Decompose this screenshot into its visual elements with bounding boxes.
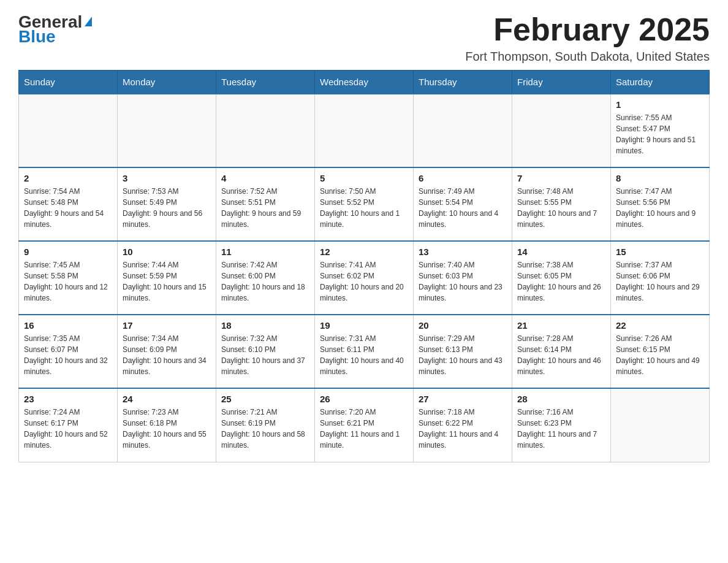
calendar-cell-w3-d4: 12Sunrise: 7:41 AM Sunset: 6:02 PM Dayli… <box>315 241 414 315</box>
day-number: 5 <box>320 173 408 183</box>
calendar-week-2: 2Sunrise: 7:54 AM Sunset: 5:48 PM Daylig… <box>19 167 710 241</box>
day-info: Sunrise: 7:35 AM Sunset: 6:07 PM Dayligh… <box>24 333 112 377</box>
day-info: Sunrise: 7:53 AM Sunset: 5:49 PM Dayligh… <box>123 186 211 230</box>
calendar-cell-w5-d2: 24Sunrise: 7:23 AM Sunset: 6:18 PM Dayli… <box>118 388 216 462</box>
day-info: Sunrise: 7:52 AM Sunset: 5:51 PM Dayligh… <box>221 186 309 230</box>
calendar-cell-w3-d5: 13Sunrise: 7:40 AM Sunset: 6:03 PM Dayli… <box>414 241 512 315</box>
day-number: 16 <box>24 320 112 331</box>
day-info: Sunrise: 7:31 AM Sunset: 6:11 PM Dayligh… <box>320 333 408 377</box>
day-info: Sunrise: 7:34 AM Sunset: 6:09 PM Dayligh… <box>123 333 211 377</box>
calendar-cell-w1-d6 <box>512 94 611 167</box>
day-info: Sunrise: 7:21 AM Sunset: 6:19 PM Dayligh… <box>221 407 309 451</box>
calendar-cell-w2-d1: 2Sunrise: 7:54 AM Sunset: 5:48 PM Daylig… <box>19 167 118 241</box>
calendar-cell-w2-d7: 8Sunrise: 7:47 AM Sunset: 5:56 PM Daylig… <box>611 167 710 241</box>
calendar-week-1: 1Sunrise: 7:55 AM Sunset: 5:47 PM Daylig… <box>19 94 710 167</box>
calendar-cell-w2-d6: 7Sunrise: 7:48 AM Sunset: 5:55 PM Daylig… <box>512 167 611 241</box>
day-info: Sunrise: 7:50 AM Sunset: 5:52 PM Dayligh… <box>320 186 408 230</box>
calendar-cell-w4-d2: 17Sunrise: 7:34 AM Sunset: 6:09 PM Dayli… <box>118 315 216 388</box>
day-info: Sunrise: 7:18 AM Sunset: 6:22 PM Dayligh… <box>419 407 507 451</box>
day-number: 13 <box>419 247 507 257</box>
day-info: Sunrise: 7:26 AM Sunset: 6:15 PM Dayligh… <box>616 333 704 377</box>
calendar-cell-w4-d1: 16Sunrise: 7:35 AM Sunset: 6:07 PM Dayli… <box>19 315 118 388</box>
month-title: February 2025 <box>465 12 710 47</box>
day-number: 24 <box>123 394 211 404</box>
calendar-cell-w1-d3 <box>216 94 315 167</box>
day-info: Sunrise: 7:47 AM Sunset: 5:56 PM Dayligh… <box>616 186 704 230</box>
day-number: 10 <box>123 247 211 257</box>
day-number: 14 <box>517 247 605 257</box>
calendar-cell-w5-d4: 26Sunrise: 7:20 AM Sunset: 6:21 PM Dayli… <box>315 388 414 462</box>
day-number: 17 <box>123 320 211 331</box>
day-number: 7 <box>517 173 605 183</box>
calendar-cell-w4-d5: 20Sunrise: 7:29 AM Sunset: 6:13 PM Dayli… <box>414 315 512 388</box>
day-info: Sunrise: 7:38 AM Sunset: 6:05 PM Dayligh… <box>517 259 605 304</box>
calendar-cell-w3-d7: 15Sunrise: 7:37 AM Sunset: 6:06 PM Dayli… <box>611 241 710 315</box>
calendar-cell-w2-d3: 4Sunrise: 7:52 AM Sunset: 5:51 PM Daylig… <box>216 167 315 241</box>
header-thursday: Thursday <box>414 71 512 94</box>
calendar-cell-w1-d5 <box>414 94 512 167</box>
calendar-cell-w2-d5: 6Sunrise: 7:49 AM Sunset: 5:54 PM Daylig… <box>414 167 512 241</box>
calendar-cell-w4-d4: 19Sunrise: 7:31 AM Sunset: 6:11 PM Dayli… <box>315 315 414 388</box>
calendar-cell-w2-d2: 3Sunrise: 7:53 AM Sunset: 5:49 PM Daylig… <box>118 167 216 241</box>
header-wednesday: Wednesday <box>315 71 414 94</box>
calendar-cell-w3-d2: 10Sunrise: 7:44 AM Sunset: 5:59 PM Dayli… <box>118 241 216 315</box>
day-number: 20 <box>419 320 507 331</box>
day-info: Sunrise: 7:20 AM Sunset: 6:21 PM Dayligh… <box>320 407 408 451</box>
day-info: Sunrise: 7:45 AM Sunset: 5:58 PM Dayligh… <box>24 259 112 304</box>
day-number: 27 <box>419 394 507 404</box>
calendar-cell-w3-d3: 11Sunrise: 7:42 AM Sunset: 6:00 PM Dayli… <box>216 241 315 315</box>
calendar-cell-w5-d6: 28Sunrise: 7:16 AM Sunset: 6:23 PM Dayli… <box>512 388 611 462</box>
day-number: 25 <box>221 394 309 404</box>
calendar-cell-w2-d4: 5Sunrise: 7:50 AM Sunset: 5:52 PM Daylig… <box>315 167 414 241</box>
day-info: Sunrise: 7:48 AM Sunset: 5:55 PM Dayligh… <box>517 186 605 230</box>
calendar-header-row: SundayMondayTuesdayWednesdayThursdayFrid… <box>19 71 710 94</box>
calendar-cell-w1-d1 <box>19 94 118 167</box>
day-info: Sunrise: 7:55 AM Sunset: 5:47 PM Dayligh… <box>616 112 704 156</box>
day-info: Sunrise: 7:42 AM Sunset: 6:00 PM Dayligh… <box>221 259 309 304</box>
calendar-cell-w5-d1: 23Sunrise: 7:24 AM Sunset: 6:17 PM Dayli… <box>19 388 118 462</box>
calendar-table: SundayMondayTuesdayWednesdayThursdayFrid… <box>18 70 710 462</box>
calendar-cell-w5-d3: 25Sunrise: 7:21 AM Sunset: 6:19 PM Dayli… <box>216 388 315 462</box>
day-info: Sunrise: 7:29 AM Sunset: 6:13 PM Dayligh… <box>419 333 507 377</box>
day-info: Sunrise: 7:49 AM Sunset: 5:54 PM Dayligh… <box>419 186 507 230</box>
calendar-cell-w5-d5: 27Sunrise: 7:18 AM Sunset: 6:22 PM Dayli… <box>414 388 512 462</box>
header-sunday: Sunday <box>19 71 118 94</box>
calendar-cell-w3-d6: 14Sunrise: 7:38 AM Sunset: 6:05 PM Dayli… <box>512 241 611 315</box>
day-number: 6 <box>419 173 507 183</box>
day-number: 9 <box>24 247 112 257</box>
day-info: Sunrise: 7:32 AM Sunset: 6:10 PM Dayligh… <box>221 333 309 377</box>
calendar-cell-w1-d7: 1Sunrise: 7:55 AM Sunset: 5:47 PM Daylig… <box>611 94 710 167</box>
day-number: 3 <box>123 173 211 183</box>
day-number: 19 <box>320 320 408 331</box>
day-number: 1 <box>616 99 704 110</box>
logo-triangle-icon <box>85 17 92 26</box>
day-number: 21 <box>517 320 605 331</box>
header-monday: Monday <box>118 71 216 94</box>
calendar-week-4: 16Sunrise: 7:35 AM Sunset: 6:07 PM Dayli… <box>19 315 710 388</box>
calendar-cell-w1-d2 <box>118 94 216 167</box>
header-tuesday: Tuesday <box>216 71 315 94</box>
day-info: Sunrise: 7:16 AM Sunset: 6:23 PM Dayligh… <box>517 407 605 451</box>
calendar-cell-w5-d7 <box>611 388 710 462</box>
day-number: 11 <box>221 247 309 257</box>
title-section: February 2025 Fort Thompson, South Dakot… <box>465 12 710 64</box>
logo-blue: Blue <box>18 27 56 47</box>
day-number: 15 <box>616 247 704 257</box>
day-number: 28 <box>517 394 605 404</box>
location-subtitle: Fort Thompson, South Dakota, United Stat… <box>465 50 710 64</box>
calendar-cell-w4-d3: 18Sunrise: 7:32 AM Sunset: 6:10 PM Dayli… <box>216 315 315 388</box>
day-number: 18 <box>221 320 309 331</box>
day-number: 23 <box>24 394 112 404</box>
header-friday: Friday <box>512 71 611 94</box>
calendar-cell-w4-d7: 22Sunrise: 7:26 AM Sunset: 6:15 PM Dayli… <box>611 315 710 388</box>
calendar-week-5: 23Sunrise: 7:24 AM Sunset: 6:17 PM Dayli… <box>19 388 710 462</box>
calendar-week-3: 9Sunrise: 7:45 AM Sunset: 5:58 PM Daylig… <box>19 241 710 315</box>
calendar-cell-w4-d6: 21Sunrise: 7:28 AM Sunset: 6:14 PM Dayli… <box>512 315 611 388</box>
day-info: Sunrise: 7:41 AM Sunset: 6:02 PM Dayligh… <box>320 259 408 304</box>
day-number: 22 <box>616 320 704 331</box>
day-number: 2 <box>24 173 112 183</box>
logo: General Blue <box>18 12 92 47</box>
day-info: Sunrise: 7:54 AM Sunset: 5:48 PM Dayligh… <box>24 186 112 230</box>
day-number: 12 <box>320 247 408 257</box>
day-info: Sunrise: 7:23 AM Sunset: 6:18 PM Dayligh… <box>123 407 211 451</box>
